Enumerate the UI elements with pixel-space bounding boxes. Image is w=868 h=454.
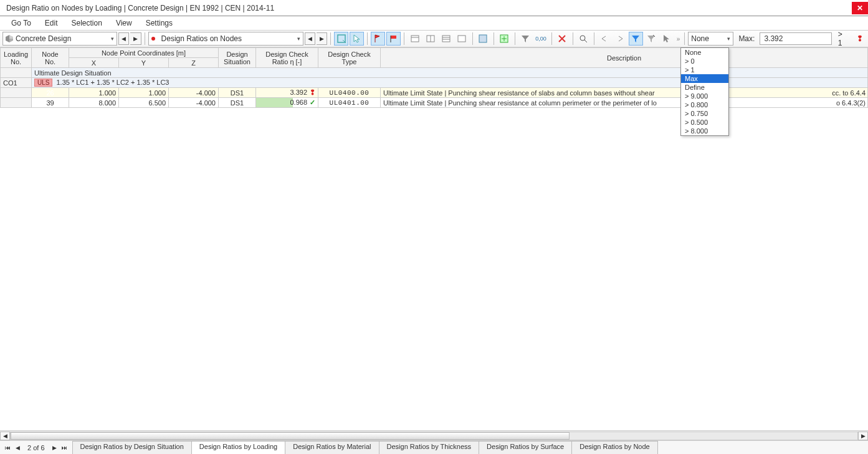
tool-layout[interactable] [475, 32, 490, 46]
hdr-y[interactable]: Y [119, 58, 169, 68]
cell-ratio[interactable]: 3.392❢ [256, 88, 318, 98]
svg-rect-1 [391, 36, 396, 39]
table-row[interactable]: 26 1.000 1.000 -4.000 DS1 3.392❢ UL0400.… [1, 88, 868, 98]
tool-select-cursor[interactable] [350, 32, 364, 46]
nav-next-2[interactable]: ▶ [317, 32, 327, 45]
last-tab-button[interactable]: ⏭ [60, 442, 70, 453]
sheet-tab[interactable]: Design Ratios by Loading [191, 441, 285, 455]
cell-y[interactable]: 1.000 [119, 88, 169, 98]
table-row[interactable]: 39 8.000 6.500 -4.000 DS1 0.968✓ UL0401.… [1, 98, 868, 108]
hdr-x[interactable]: X [69, 58, 119, 68]
hdr-node-coords[interactable]: Node Point Coordinates [m] [69, 48, 219, 58]
design-type-label: Concrete Design [16, 34, 71, 43]
close-button[interactable]: ✕ [852, 2, 868, 14]
window-title: Design Ratio on Nodes by Loading | Concr… [6, 4, 274, 12]
scroll-right-button[interactable]: ▶ [858, 432, 868, 440]
dropdown-item[interactable]: > 0.750 [681, 109, 728, 118]
next-tab-button[interactable]: ▶ [50, 442, 60, 453]
cell-description[interactable]: Ultimate Limit State | Punching shear re… [381, 98, 868, 108]
dropdown-item[interactable]: > 9.000 [681, 92, 728, 100]
separator [594, 32, 594, 45]
cell-description[interactable]: Ultimate Limit State | Punching shear re… [381, 88, 868, 98]
results-table: LoadingNo. NodeNo. Node Point Coordinate… [0, 47, 868, 108]
cell-x[interactable]: 8.000 [69, 98, 119, 108]
prev-tab-button[interactable]: ◀ [12, 442, 22, 453]
max-value-text: 3.392 [764, 34, 783, 43]
hdr-node-no[interactable]: NodeNo. [32, 48, 69, 68]
tool-clear[interactable] [555, 32, 570, 46]
menu-go-to[interactable]: Go To [5, 17, 37, 29]
dropdown-item[interactable]: > 0.800 [681, 100, 728, 109]
tool-arrow-a[interactable] [598, 32, 612, 46]
dropdown-item[interactable]: None [681, 48, 728, 57]
cell-z[interactable]: -4.000 [169, 98, 219, 108]
horizontal-scrollbar[interactable]: ◀ ▶ [0, 430, 868, 440]
hdr-loading-no[interactable]: LoadingNo. [1, 48, 32, 68]
tool-table-a[interactable] [408, 32, 422, 46]
app-window: Design Ratio on Nodes by Loading | Concr… [0, 0, 868, 454]
tool-export[interactable] [497, 32, 511, 46]
sheet-tab[interactable]: Design Ratios by Surface [479, 441, 572, 455]
nav-next-1[interactable]: ▶ [130, 32, 141, 45]
cell-node[interactable]: 26 [32, 88, 69, 98]
tool-select-window[interactable] [334, 32, 348, 46]
hdr-type[interactable]: Design CheckType [318, 48, 381, 68]
menu-view[interactable]: View [110, 17, 138, 29]
hdr-design-situation[interactable]: DesignSituation [219, 48, 256, 68]
sheet-tab[interactable]: Design Ratios by Material [285, 441, 379, 455]
cell-situation[interactable]: DS1 [219, 98, 256, 108]
tool-table-b[interactable] [423, 32, 437, 46]
filter-threshold-combo[interactable]: None ▾ [688, 32, 733, 46]
separator [515, 32, 515, 45]
dropdown-item[interactable]: > 0 [681, 57, 728, 65]
cell-check-type[interactable]: UL0400.00 [318, 88, 381, 98]
cell-y[interactable]: 6.500 [119, 98, 169, 108]
tool-table-d[interactable] [454, 32, 469, 46]
cell-situation[interactable]: DS1 [219, 88, 256, 98]
grid-scroll[interactable]: LoadingNo. NodeNo. Node Point Coordinate… [0, 47, 868, 430]
menu-settings[interactable]: Settings [140, 17, 179, 29]
scroll-track[interactable] [10, 432, 858, 440]
hdr-description[interactable]: Description [381, 48, 868, 68]
hdr-ratio[interactable]: Design CheckRatio η [-] [256, 48, 318, 68]
nav-prev-2[interactable]: ◀ [305, 32, 315, 45]
tool-arrow-b[interactable] [613, 32, 627, 46]
tool-table-c[interactable] [439, 32, 453, 46]
overflow-icon[interactable]: » [675, 36, 682, 42]
cell-node[interactable]: 39 [32, 98, 69, 108]
cell-x[interactable]: 1.000 [69, 88, 119, 98]
tool-find[interactable] [576, 32, 591, 46]
menu-edit[interactable]: Edit [39, 17, 64, 29]
sheet-tab[interactable]: Design Ratios by Design Situation [72, 441, 192, 455]
tool-filter-jump[interactable] [629, 32, 643, 46]
filter-dropdown[interactable]: None> 0> 1MaxDefine> 9.000> 0.800> 0.750… [680, 47, 729, 136]
menu-selection[interactable]: Selection [65, 17, 108, 29]
group-row-loading[interactable]: CO1 ULS1.35 * LC1 + 1.35 * LC2 + 1.35 * … [1, 78, 868, 88]
tool-flag-a[interactable] [371, 32, 385, 46]
dropdown-item[interactable]: > 8.000 [681, 127, 728, 135]
nav-prev-1[interactable]: ◀ [118, 32, 129, 45]
tool-filter[interactable] [518, 32, 532, 46]
design-type-combo[interactable]: Concrete Design ▾ [2, 32, 117, 46]
dropdown-item[interactable]: > 0.500 [681, 118, 728, 127]
tool-flag-b[interactable] [386, 32, 401, 46]
hdr-z[interactable]: Z [169, 58, 219, 68]
sheet-tab[interactable]: Design Ratios by Node [571, 441, 658, 455]
scroll-left-button[interactable]: ◀ [0, 432, 10, 440]
cell-check-type[interactable]: UL0401.00 [318, 98, 381, 108]
view-combo[interactable]: Design Ratios on Nodes ▾ [148, 32, 303, 46]
cell-z[interactable]: -4.000 [169, 88, 219, 98]
max-value-field[interactable]: 3.392 [760, 32, 831, 45]
tool-filter-drop[interactable] [644, 32, 659, 46]
tool-cursor-drop[interactable] [660, 32, 674, 46]
group-row-situation[interactable]: Ultimate Design Situation [1, 68, 868, 78]
first-tab-button[interactable]: ⏮ [2, 442, 12, 453]
scroll-thumb[interactable] [11, 432, 570, 440]
tool-decimal[interactable]: 0,00 [534, 32, 548, 46]
dropdown-item[interactable]: Max [681, 74, 728, 83]
separator [494, 32, 494, 45]
sheet-tab[interactable]: Design Ratios by Thickness [379, 441, 480, 455]
cell-ratio[interactable]: 0.968✓ [256, 98, 318, 108]
dropdown-item[interactable]: Define [681, 83, 728, 92]
dropdown-item[interactable]: > 1 [681, 65, 728, 74]
